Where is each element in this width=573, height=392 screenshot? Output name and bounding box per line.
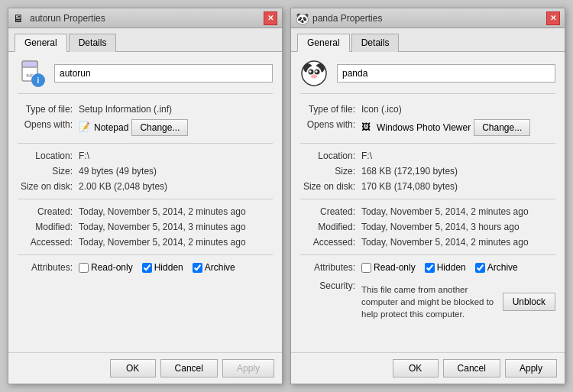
autorun-disk-label: Size on disk:	[18, 181, 79, 192]
panda-size-value: 168 KB (172,190 bytes)	[361, 166, 555, 177]
autorun-file-icon: INF i	[18, 60, 45, 87]
autorun-accessed-label: Accessed:	[18, 237, 79, 248]
panda-readonly-text: Read-only	[374, 262, 416, 273]
panda-accessed-value: Today, November 5, 2014, 2 minutes ago	[361, 237, 555, 248]
panda-modified-value: Today, November 5, 2014, 3 hours ago	[361, 222, 555, 232]
panda-tabs: General Details	[291, 28, 565, 52]
panda-close-button[interactable]: ✕	[546, 11, 560, 25]
svg-point-8	[306, 66, 322, 81]
panda-readonly-checkbox[interactable]	[361, 263, 371, 273]
autorun-tabs: General Details	[8, 28, 282, 52]
autorun-accessed-value: Today, November 5, 2014, 2 minutes ago	[79, 237, 273, 248]
svg-point-12	[309, 70, 312, 73]
panda-location-label: Location:	[300, 151, 361, 161]
autorun-size-value: 49 bytes (49 bytes)	[79, 166, 273, 177]
autorun-created-value: Today, November 5, 2014, 2 minutes ago	[79, 206, 273, 217]
autorun-created-label: Created:	[18, 206, 79, 217]
panda-cancel-button[interactable]: Cancel	[443, 359, 500, 377]
autorun-change-button[interactable]: Change...	[131, 119, 188, 136]
autorun-divider-2	[18, 199, 273, 199]
autorun-ok-button[interactable]: OK	[110, 359, 156, 377]
panda-info-section: Type of file: Icon (.ico) Opens with: 🖼 …	[300, 102, 555, 345]
panda-change-button[interactable]: Change...	[474, 119, 530, 136]
autorun-disk-row: Size on disk: 2.00 KB (2,048 bytes)	[18, 179, 273, 194]
autorun-apply-button[interactable]: Apply	[222, 359, 274, 377]
panda-apply-button[interactable]: Apply	[505, 359, 557, 377]
autorun-hidden-checkbox[interactable]	[142, 263, 152, 273]
panda-ok-button[interactable]: OK	[393, 359, 439, 377]
panda-filename-input[interactable]	[337, 64, 555, 83]
autorun-archive-label[interactable]: Archive	[193, 262, 235, 273]
autorun-modified-label: Modified:	[18, 222, 79, 232]
autorun-accessed-row: Accessed: Today, November 5, 2014, 2 min…	[18, 235, 273, 250]
autorun-type-label: Type of file:	[18, 104, 79, 115]
panda-footer: OK Cancel Apply	[291, 352, 565, 384]
panda-archive-text: Archive	[487, 262, 518, 273]
autorun-created-row: Created: Today, November 5, 2014, 2 minu…	[18, 204, 273, 219]
svg-rect-1	[22, 61, 37, 67]
svg-point-13	[316, 70, 318, 73]
panda-created-value: Today, November 5, 2014, 2 minutes ago	[361, 206, 555, 217]
autorun-close-button[interactable]: ✕	[264, 11, 277, 25]
panda-modified-row: Modified: Today, November 5, 2014, 3 hou…	[300, 219, 555, 235]
panda-dialog: 🐼 panda Properties ✕ General Details	[290, 8, 565, 384]
svg-point-11	[311, 75, 317, 79]
panda-titlebar-title: panda Properties	[312, 13, 382, 24]
panda-tab-general[interactable]: General	[297, 34, 350, 52]
panda-readonly-label[interactable]: Read-only	[361, 262, 416, 273]
autorun-titlebar-title: autorun Properties	[30, 13, 105, 24]
panda-divider-3	[300, 254, 555, 255]
panda-hidden-label[interactable]: Hidden	[425, 262, 466, 273]
autorun-tab-general[interactable]: General	[15, 34, 67, 52]
panda-security-section: This file came from another computer and…	[361, 283, 555, 320]
autorun-location-label: Location:	[18, 151, 79, 161]
autorun-attributes-values: Read-only Hidden Archive	[79, 262, 235, 273]
autorun-app-icon: 📝	[79, 121, 91, 134]
autorun-modified-row: Modified: Today, November 5, 2014, 3 min…	[18, 219, 273, 235]
autorun-cancel-button[interactable]: Cancel	[160, 359, 218, 377]
panda-size-row: Size: 168 KB (172,190 bytes)	[300, 164, 555, 179]
panda-app-icon: 🖼	[361, 121, 374, 134]
panda-titlebar-icon: 🐼	[296, 12, 308, 24]
autorun-filename-input[interactable]	[54, 64, 273, 83]
autorun-file-header: INF i	[18, 60, 273, 94]
panda-attributes-label: Attributes:	[300, 262, 361, 273]
autorun-opens-with: 📝 Notepad Change...	[79, 119, 188, 136]
autorun-size-label: Size:	[18, 166, 79, 177]
panda-accessed-label: Accessed:	[300, 237, 361, 248]
panda-tab-details[interactable]: Details	[351, 34, 400, 52]
autorun-info-section: Type of file: Setup Information (.inf) O…	[18, 102, 273, 345]
autorun-app-name: Notepad	[94, 122, 128, 133]
autorun-readonly-checkbox[interactable]	[79, 263, 89, 273]
panda-unblock-button[interactable]: Unblock	[503, 293, 555, 311]
panda-location-value: F:\	[361, 151, 555, 161]
autorun-attributes-row: Attributes: Read-only Hidden Archive	[18, 260, 273, 275]
panda-security-text: This file came from another computer and…	[361, 283, 497, 320]
panda-security-row: Security: This file came from another co…	[300, 278, 555, 322]
svg-text:i: i	[37, 76, 40, 85]
panda-hidden-checkbox[interactable]	[425, 263, 435, 273]
panda-divider-2	[300, 199, 555, 199]
autorun-hidden-label[interactable]: Hidden	[142, 262, 183, 273]
autorun-disk-value: 2.00 KB (2,048 bytes)	[79, 181, 273, 192]
panda-security-label: Security:	[300, 280, 361, 291]
panda-archive-label[interactable]: Archive	[475, 262, 518, 273]
panda-created-row: Created: Today, November 5, 2014, 2 minu…	[300, 204, 555, 219]
panda-archive-checkbox[interactable]	[475, 263, 485, 273]
panda-app-name: Windows Photo Viewer	[377, 122, 471, 133]
panda-divider-1	[300, 143, 555, 144]
panda-file-icon	[300, 60, 328, 87]
autorun-readonly-label[interactable]: Read-only	[79, 262, 133, 273]
panda-size-label: Size:	[300, 166, 361, 177]
autorun-divider-3	[18, 254, 273, 255]
autorun-archive-checkbox[interactable]	[193, 263, 202, 273]
panda-attributes-values: Read-only Hidden Archive	[361, 262, 518, 273]
autorun-opens-label: Opens with:	[18, 119, 79, 130]
autorun-modified-value: Today, November 5, 2014, 3 minutes ago	[79, 222, 273, 232]
autorun-opens-row: Opens with: 📝 Notepad Change...	[18, 117, 273, 138]
autorun-type-row: Type of file: Setup Information (.inf)	[18, 102, 273, 117]
autorun-type-value: Setup Information (.inf)	[79, 104, 273, 115]
autorun-tab-details[interactable]: Details	[69, 34, 117, 52]
autorun-titlebar-icon: 🖥	[13, 12, 25, 24]
autorun-titlebar-left: 🖥 autorun Properties	[13, 12, 105, 24]
